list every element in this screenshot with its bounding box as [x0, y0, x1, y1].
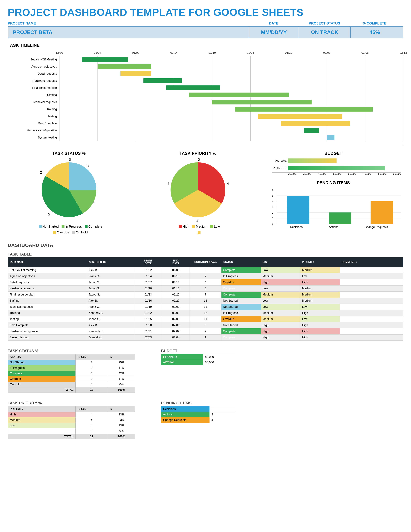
charts-row: TASK STATUS % 32520 Not StartedIn Progre… — [8, 151, 403, 235]
gantt-bar — [212, 100, 311, 104]
priority-pie — [170, 162, 225, 217]
gantt-task-label: Final resource plan — [8, 84, 59, 91]
priority-summary-title: TASK PRIORITY % — [8, 401, 135, 405]
table-row[interactable]: StaffingAlex B.01/1601/2913Not StartedLo… — [8, 298, 403, 304]
task-th: COMMENTS — [340, 257, 403, 267]
budget-label: ACTUAL — [272, 159, 288, 162]
table-row[interactable]: Agree on objectivesFrank C.01/0401/117In… — [8, 273, 403, 279]
table-row[interactable]: Actions2 — [161, 412, 235, 417]
table-row[interactable]: System testingDonald W.02/0302/041Comple… — [8, 334, 403, 341]
pie-value: 0 — [198, 158, 200, 162]
budget-summary-title: BUDGET — [161, 349, 235, 353]
gantt-bar — [281, 121, 350, 126]
task-th: PRIORITY — [300, 257, 340, 267]
table-row[interactable]: Low433% — [8, 423, 135, 428]
table-row[interactable]: In Progress217% — [8, 365, 135, 371]
gantt-task-label: Hardware requests — [8, 77, 59, 84]
status-summary-table: STATUSCOUNT%Not Started325%In Progress21… — [8, 354, 135, 393]
table-row[interactable]: Decisions5 — [161, 406, 235, 412]
table-row[interactable]: Hardware configurationKennedy K.01/3102/… — [8, 328, 403, 334]
table-row[interactable]: PLANNED80,000 — [161, 354, 235, 360]
pie-value: 4 — [196, 219, 198, 223]
gantt-task-label: Hardware configuration — [8, 127, 59, 134]
pending-x-label: Decisions — [290, 225, 303, 229]
gantt-bar — [304, 128, 319, 133]
gantt-task-label: Testing — [8, 113, 59, 120]
gantt-bar — [143, 78, 182, 83]
pending-title: PENDING ITEMS — [266, 180, 401, 185]
gantt-task-label: Technical requests — [8, 98, 59, 105]
task-priority-chart: TASK PRIORITY % 4440 HighMediumLow — [137, 151, 259, 235]
pie-value: 0 — [69, 158, 71, 162]
gantt-task-label: Detail requests — [8, 70, 59, 77]
table-row[interactable]: Final resource planJacob S.01/1301/207Co… — [8, 292, 403, 298]
gantt-bar — [97, 64, 151, 69]
right-charts: BUDGET ACTUALPLANNED20,00030,00040,00050… — [266, 151, 401, 235]
budget-summary-table: PLANNED80,000ACTUAL50,000 — [161, 354, 235, 365]
pending-x-label: Change Requests — [364, 225, 388, 229]
pending-x-label: Actions — [329, 225, 338, 229]
table-row[interactable]: Detail requestsJacob S.01/0701/114Overdu… — [8, 279, 403, 285]
gantt-bar — [258, 114, 342, 119]
gantt-task-label: Staffing — [8, 91, 59, 98]
task-table: TASK NAMEASSIGNED TOSTARTDATEENDDATEDURA… — [8, 257, 403, 341]
table-row[interactable]: Overdue217% — [8, 376, 135, 382]
table-row[interactable]: TrainingKennedy K.01/2202/0918In Progres… — [8, 310, 403, 316]
gantt-bar — [327, 135, 335, 140]
table-row[interactable]: Hardware requestsJacob S.01/1001/155Comp… — [8, 285, 403, 292]
label-complete: % COMPLETE — [350, 21, 399, 26]
summary-th: % — [108, 406, 135, 412]
gantt-bar — [166, 86, 220, 90]
pending-summary-table: Decisions5Actions2Change Requests4 — [161, 406, 235, 423]
task-th: RISK — [261, 257, 300, 267]
table-row[interactable]: High433% — [8, 412, 135, 417]
pending-bar — [371, 201, 393, 224]
table-row[interactable]: Medium433% — [8, 417, 135, 423]
table-row[interactable]: Change Requests4 — [161, 417, 235, 423]
value-date[interactable]: MM/DD/YY — [249, 27, 299, 38]
task-status-chart: TASK STATUS % 32520 Not StartedIn Progre… — [8, 151, 130, 235]
table-row[interactable]: ACTUAL50,000 — [161, 360, 235, 365]
status-summary-title: TASK STATUS % — [8, 349, 135, 353]
summary-th: COUNT — [75, 406, 108, 412]
task-th: TASK NAME — [8, 257, 87, 267]
gantt-chart: Set Kick-Off MeetingAgree on objectivesD… — [8, 49, 403, 145]
task-priority-title: TASK PRIORITY % — [137, 151, 259, 156]
task-th: DURATIONin days — [190, 257, 221, 267]
pending-chart: 0123456DecisionsActionsChange Requests — [272, 190, 401, 229]
gantt-task-label: Dev. Complete — [8, 120, 59, 127]
label-projectname: PROJECT NAME — [8, 21, 249, 26]
value-projectname[interactable]: PROJECT BETA — [8, 27, 249, 38]
table-row[interactable]: TestingJacob S.01/2502/0511OverdueMedium… — [8, 316, 403, 322]
table-row[interactable]: 00% — [8, 428, 135, 434]
priority-legend: HighMediumLow — [137, 224, 259, 235]
table-row[interactable]: Technical requestsFrank C.01/1902/0113No… — [8, 304, 403, 310]
pie-value: 4 — [227, 182, 229, 186]
budget-title: BUDGET — [266, 151, 401, 156]
pie-value: 3 — [87, 164, 89, 168]
table-row[interactable]: Dev. CompleteAlex B.01/2802/069Not Start… — [8, 322, 403, 328]
pending-summary-title: PENDING ITEMS — [161, 401, 235, 405]
gantt-bar — [189, 93, 289, 97]
value-status[interactable]: ON TRACK — [299, 27, 351, 38]
task-th: STARTDATE — [134, 257, 162, 267]
task-status-title: TASK STATUS % — [8, 151, 130, 156]
header-labels: PROJECT NAME DATE PROJECT STATUS % COMPL… — [8, 21, 403, 26]
pie-value: 4 — [167, 182, 169, 186]
task-th: ENDDATE — [162, 257, 190, 267]
gantt-task-label: Training — [8, 105, 59, 113]
table-row[interactable]: On Hold00% — [8, 382, 135, 387]
value-complete[interactable]: 45% — [351, 27, 399, 38]
pending-bar — [329, 212, 351, 224]
summary-th: COUNT — [75, 354, 108, 360]
task-table-title: TASK TABLE — [8, 252, 403, 256]
page-title: PROJECT DASHBOARD TEMPLATE FOR GOOGLE SH… — [8, 6, 403, 18]
priority-summary-table: PRIORITYCOUNT%High433%Medium433%Low433%0… — [8, 406, 135, 439]
task-th: ASSIGNED TO — [87, 257, 134, 267]
gantt-task-label: Agree on objectives — [8, 63, 59, 70]
summary-th: % — [108, 354, 135, 360]
table-row[interactable]: Complete542% — [8, 371, 135, 376]
table-row[interactable]: Set Kick-Off MeetingAlex B.01/0201/086Co… — [8, 267, 403, 273]
timeline-title: TASK TIMELINE — [8, 43, 403, 48]
table-row[interactable]: Not Started325% — [8, 360, 135, 365]
